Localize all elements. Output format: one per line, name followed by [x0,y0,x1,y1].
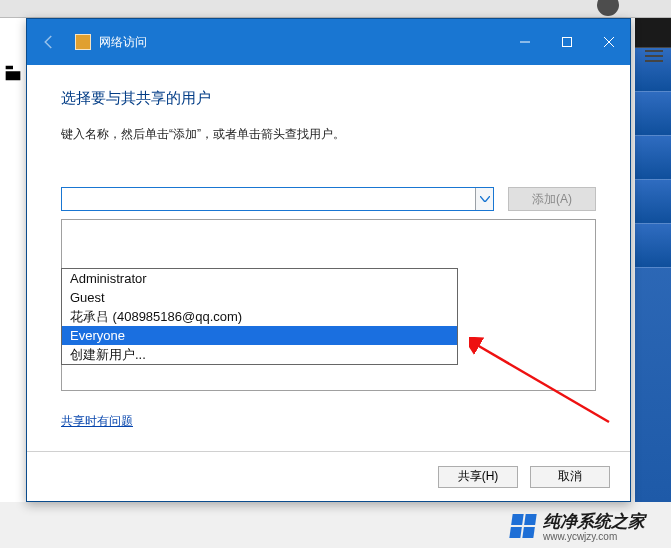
back-button[interactable] [33,26,65,58]
dropdown-option[interactable]: Everyone [62,326,457,345]
user-combobox[interactable] [61,187,494,211]
minimize-button[interactable] [504,19,546,65]
menu-icon [645,50,663,62]
close-button[interactable] [588,19,630,65]
svg-rect-1 [563,38,572,47]
window-title: 网络访问 [99,34,147,51]
share-button[interactable]: 共享(H) [438,466,518,488]
watermark: 纯净系统之家 www.ycwjzy.com [511,510,645,542]
user-dropdown: AdministratorGuest花承吕 (408985186@qq.com)… [61,268,458,365]
dropdown-option[interactable]: 花承吕 (408985186@qq.com) [62,307,457,326]
dropdown-option[interactable]: Guest [62,288,457,307]
watermark-brand: 纯净系统之家 [543,510,645,533]
dropdown-option[interactable]: 创建新用户... [62,345,457,364]
dropdown-option[interactable]: Administrator [62,269,457,288]
maximize-button[interactable] [546,19,588,65]
add-button: 添加(A) [508,187,596,211]
app-icon [75,34,91,50]
left-tool-icon [2,62,24,84]
chevron-down-icon [480,196,490,202]
watermark-logo-icon [509,514,536,538]
titlebar: 网络访问 [27,19,630,65]
user-input[interactable] [62,188,475,210]
page-subheading: 键入名称，然后单击“添加”，或者单击箭头查找用户。 [61,126,596,143]
combobox-toggle[interactable] [475,188,493,210]
sharing-dialog: 网络访问 选择要与其共享的用户 键入名称，然后单击“添加”，或者单击箭头查找用户… [26,18,631,502]
help-link[interactable]: 共享时有问题 [61,413,133,430]
avatar [597,0,619,16]
cancel-button[interactable]: 取消 [530,466,610,488]
page-heading: 选择要与其共享的用户 [61,89,596,108]
